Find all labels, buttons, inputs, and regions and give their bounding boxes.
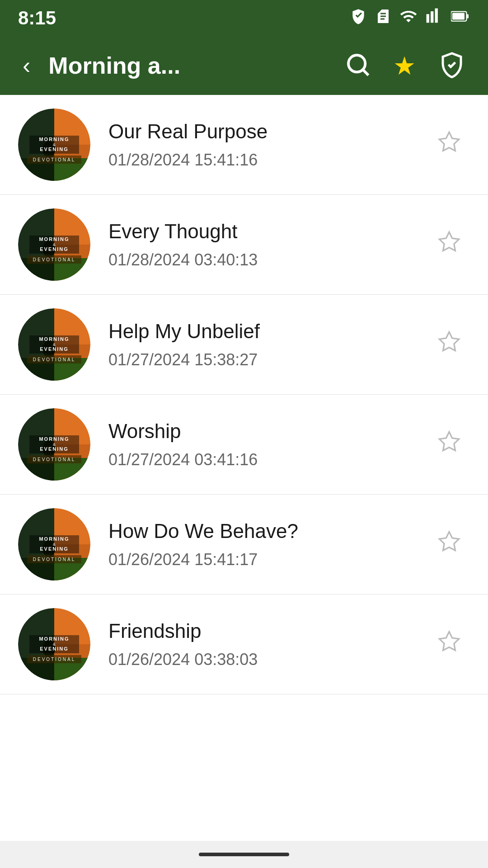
episode-date: 01/27/2024 03:41:16 bbox=[108, 450, 428, 469]
episode-title: Help My Unbelief bbox=[108, 320, 428, 344]
svg-text:MORNING: MORNING bbox=[39, 137, 69, 142]
svg-line-4 bbox=[363, 70, 369, 75]
svg-rect-2 bbox=[452, 13, 465, 19]
list-item[interactable]: MORNING & EVENING DEVOTIONAL Friendship … bbox=[0, 594, 488, 694]
svg-text:MORNING: MORNING bbox=[39, 336, 69, 342]
svg-text:DEVOTIONAL: DEVOTIONAL bbox=[33, 257, 75, 262]
episode-thumbnail: MORNING & EVENING DEVOTIONAL bbox=[18, 308, 90, 381]
shield-status-icon bbox=[350, 8, 367, 29]
favorite-button[interactable] bbox=[428, 121, 470, 168]
battery-icon bbox=[451, 8, 470, 29]
episode-info: Every Thought 01/28/2024 03:40:13 bbox=[108, 220, 428, 270]
svg-text:DEVOTIONAL: DEVOTIONAL bbox=[33, 157, 75, 162]
episode-info: How Do We Behave? 01/26/2024 15:41:17 bbox=[108, 519, 428, 570]
search-button[interactable] bbox=[341, 47, 375, 84]
sim-icon bbox=[375, 8, 391, 28]
episode-date: 01/28/2024 03:40:13 bbox=[108, 250, 428, 269]
episode-info: Help My Unbelief 01/27/2024 15:38:27 bbox=[108, 320, 428, 370]
episode-thumbnail: MORNING & EVENING DEVOTIONAL bbox=[18, 508, 90, 580]
episode-thumbnail: MORNING & EVENING DEVOTIONAL bbox=[18, 208, 90, 281]
favorites-button[interactable]: ★ bbox=[389, 47, 420, 85]
episode-info: Friendship 01/26/2024 03:38:03 bbox=[108, 619, 428, 670]
svg-text:DEVOTIONAL: DEVOTIONAL bbox=[33, 657, 75, 662]
svg-text:EVENING: EVENING bbox=[40, 546, 69, 552]
episode-info: Our Real Purpose 01/28/2024 15:41:16 bbox=[108, 120, 428, 170]
svg-text:EVENING: EVENING bbox=[40, 646, 69, 651]
list-item[interactable]: MORNING & EVENING DEVOTIONAL Every Thoug… bbox=[0, 195, 488, 295]
episode-title: Friendship bbox=[108, 619, 428, 643]
status-icons bbox=[350, 7, 470, 29]
svg-marker-19 bbox=[439, 132, 459, 151]
star-icon: ★ bbox=[393, 52, 416, 80]
svg-text:EVENING: EVENING bbox=[40, 246, 69, 252]
episode-thumbnail: MORNING & EVENING DEVOTIONAL bbox=[18, 408, 90, 481]
svg-text:MORNING: MORNING bbox=[39, 436, 69, 442]
svg-marker-34 bbox=[439, 232, 459, 250]
svg-text:MORNING: MORNING bbox=[39, 236, 69, 242]
episode-title: Worship bbox=[108, 420, 428, 443]
episode-title: Every Thought bbox=[108, 220, 428, 244]
wifi-icon bbox=[399, 7, 418, 29]
bottom-bar bbox=[0, 841, 488, 868]
page-title: Morning a... bbox=[48, 52, 327, 79]
list-item[interactable]: MORNING & EVENING DEVOTIONAL Worship 01/… bbox=[0, 395, 488, 495]
favorite-button[interactable] bbox=[428, 221, 470, 268]
episode-date: 01/26/2024 15:41:17 bbox=[108, 550, 428, 569]
svg-text:DEVOTIONAL: DEVOTIONAL bbox=[33, 357, 75, 362]
episode-thumbnail: MORNING & EVENING DEVOTIONAL bbox=[18, 608, 90, 680]
episode-date: 01/27/2024 15:38:27 bbox=[108, 350, 428, 369]
svg-marker-94 bbox=[439, 632, 459, 650]
episode-date: 01/28/2024 15:41:16 bbox=[108, 151, 428, 170]
svg-rect-1 bbox=[467, 14, 469, 18]
shield-button[interactable] bbox=[434, 47, 470, 85]
svg-text:MORNING: MORNING bbox=[39, 636, 69, 642]
status-bar: 8:15 bbox=[0, 0, 488, 36]
favorite-button[interactable] bbox=[428, 521, 470, 568]
svg-text:DEVOTIONAL: DEVOTIONAL bbox=[33, 557, 75, 562]
favorite-button[interactable] bbox=[428, 321, 470, 368]
episode-title: How Do We Behave? bbox=[108, 519, 428, 543]
svg-text:DEVOTIONAL: DEVOTIONAL bbox=[33, 457, 75, 462]
svg-marker-49 bbox=[439, 332, 459, 350]
search-icon bbox=[345, 52, 371, 77]
back-button[interactable]: ‹ bbox=[18, 47, 35, 84]
list-item[interactable]: MORNING & EVENING DEVOTIONAL Our Real Pu… bbox=[0, 95, 488, 195]
list-item[interactable]: MORNING & EVENING DEVOTIONAL How Do We B… bbox=[0, 495, 488, 594]
episode-thumbnail: MORNING & EVENING DEVOTIONAL bbox=[18, 108, 90, 181]
favorite-button[interactable] bbox=[428, 621, 470, 668]
svg-text:MORNING: MORNING bbox=[39, 536, 69, 542]
svg-text:EVENING: EVENING bbox=[40, 146, 69, 152]
svg-text:EVENING: EVENING bbox=[40, 346, 69, 352]
svg-marker-79 bbox=[439, 532, 459, 550]
signal-icon bbox=[426, 8, 443, 29]
status-time: 8:15 bbox=[18, 7, 56, 29]
svg-marker-64 bbox=[439, 432, 459, 450]
header: ‹ Morning a... ★ bbox=[0, 36, 488, 95]
home-indicator bbox=[199, 853, 289, 856]
svg-point-3 bbox=[348, 55, 365, 72]
favorite-button[interactable] bbox=[428, 421, 470, 468]
episode-list: MORNING & EVENING DEVOTIONAL Our Real Pu… bbox=[0, 95, 488, 694]
svg-text:EVENING: EVENING bbox=[40, 446, 69, 452]
list-item[interactable]: MORNING & EVENING DEVOTIONAL Help My Unb… bbox=[0, 295, 488, 395]
episode-title: Our Real Purpose bbox=[108, 120, 428, 144]
shield-icon bbox=[438, 51, 465, 78]
episode-info: Worship 01/27/2024 03:41:16 bbox=[108, 420, 428, 470]
episode-date: 01/26/2024 03:38:03 bbox=[108, 650, 428, 669]
